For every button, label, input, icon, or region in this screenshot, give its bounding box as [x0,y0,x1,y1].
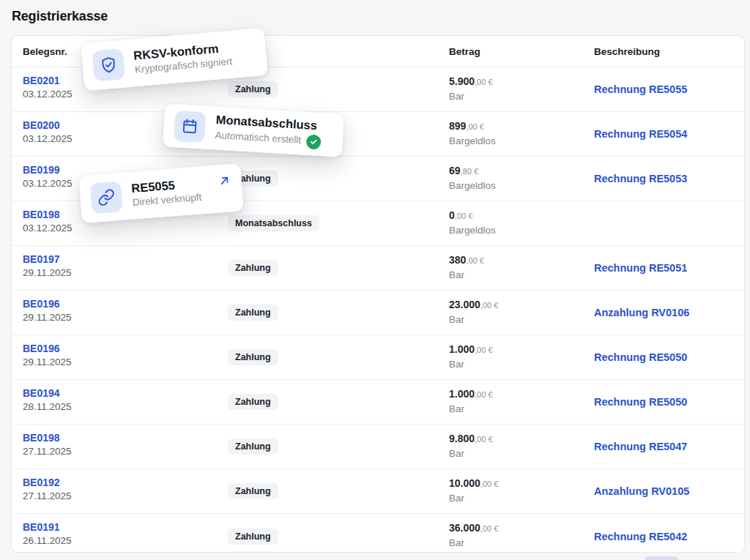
amount-main: 69 [449,165,461,176]
beleg-number-link[interactable]: BE0200 [23,120,73,130]
description-link[interactable]: Anzahlung RV0106 [594,307,689,318]
amount-main: 0 [449,209,455,221]
amount-main: 1.000 [449,388,475,400]
type-badge: Zahlung [228,438,278,455]
amount-minor: ,00 € [480,524,498,533]
amount-minor: ,00 € [475,346,492,354]
description-link[interactable]: Rechnung RE5053 [594,173,687,184]
beleg-cell: BE0196 29.11.2025 [23,343,72,367]
table-row[interactable]: BE0194 28.11.2025 Zahlung 1.000,00 € Bar… [12,380,744,425]
type-badge: Zahlung [228,394,278,410]
payment-method: Bar [449,493,498,504]
amount-minor: ,00 € [475,435,492,444]
table-body: BE0201 03.12.2025 Zahlung 5.900,00 € Bar… [12,67,744,553]
beleg-cell: BE0194 28.11.2025 [23,388,72,412]
beleg-cell: BE0200 03.12.2025 [23,120,73,144]
partial-bottom-button[interactable] [645,556,678,560]
payment-method: Bargeldlos [449,225,496,236]
calendar-icon [174,111,206,143]
beleg-cell: BE0199 03.12.2025 [23,165,73,189]
amount-main: 10.000 [449,477,480,489]
beleg-cell: BE0198 27.11.2025 [23,433,72,457]
column-header-belegsnr: Belegsnr. [23,46,67,57]
type-badge: Zahlung [228,529,278,545]
amount-main: 9.800 [449,433,475,444]
amount-cell: 9.800,00 € Bar [449,433,493,459]
payment-method: Bar [449,359,493,370]
beleg-date: 29.11.2025 [23,313,72,323]
beleg-number-link[interactable]: BE0196 [23,343,72,354]
amount-cell: 380,00 € Bar [449,254,484,280]
beleg-date: 29.11.2025 [23,268,72,278]
amount-main: 36.000 [449,522,480,534]
type-badge: Zahlung [228,305,278,321]
description-link[interactable]: Rechnung RE5050 [594,396,687,408]
amount-cell: 1.000,00 € Bar [449,343,493,370]
link-icon [90,181,123,214]
amount-cell: 10.000,00 € Bar [449,477,498,504]
table-row[interactable]: BE0198 27.11.2025 Zahlung 9.800,00 € Bar… [12,425,744,469]
type-badge: Zahlung [228,260,278,276]
beleg-date: 28.11.2025 [23,402,72,412]
amount-cell: 1.000,00 € Bar [449,388,493,414]
beleg-cell: BE0201 03.12.2025 [23,75,73,100]
payment-method: Bargeldlos [449,181,496,191]
shield-check-icon [92,48,126,82]
monatsabschluss-callout-text: Monatsabschluss Automatisch erstellt [215,113,322,149]
amount-cell: 36.000,00 € Bar [449,522,498,548]
amount-main: 23.000 [449,299,480,310]
beleg-cell: BE0198 03.12.2025 [23,209,73,234]
description-link[interactable]: Rechnung RE5042 [594,531,687,542]
beleg-date: 27.11.2025 [23,447,72,457]
table-row[interactable]: BE0196 29.11.2025 Zahlung 23.000,00 € Ba… [12,291,744,335]
payment-method: Bar [449,315,498,325]
beleg-number-link[interactable]: BE0197 [23,254,72,264]
beleg-number-link[interactable]: BE0198 [23,433,72,443]
column-header-betrag: Betrag [449,46,480,57]
table-row[interactable]: BE0191 26.11.2025 Zahlung 36.000,00 € Ba… [12,514,744,553]
description-link[interactable]: Anzahlung RV0105 [594,485,689,497]
linked-receipt-callout-text: RE5055 Direkt verknüpft [131,176,202,210]
type-badge: Zahlung [228,81,278,97]
amount-minor: ,00 € [480,301,498,310]
beleg-number-link[interactable]: BE0192 [23,477,72,488]
register-table: Belegsnr. Betrag Beschreibung BE0201 03.… [11,35,745,553]
table-row[interactable]: BE0192 27.11.2025 Zahlung 10.000,00 € Ba… [12,469,744,514]
amount-minor: ,00 € [466,256,483,265]
beleg-date: 03.12.2025 [23,179,73,189]
description-link[interactable]: Rechnung RE5050 [594,351,687,363]
amount-minor: ,00 € [475,390,492,399]
amount-main: 5.900 [449,75,475,87]
amount-cell: 23.000,00 € Bar [449,299,498,325]
description-link[interactable]: Rechnung RE5054 [594,128,687,140]
table-row[interactable]: BE0197 29.11.2025 Zahlung 380,00 € Bar R… [12,246,744,291]
table-row[interactable]: BE0196 29.11.2025 Zahlung 1.000,00 € Bar… [12,335,744,380]
payment-method: Bar [449,270,484,280]
beleg-number-link[interactable]: BE0199 [23,165,73,175]
page-title: Registrierkasse [12,9,108,24]
amount-main: 380 [449,254,466,266]
amount-cell: 899,00 € Bargeldlos [449,120,496,146]
beleg-number-link[interactable]: BE0201 [23,75,73,86]
beleg-date: 03.12.2025 [23,223,73,234]
beleg-number-link[interactable]: BE0196 [23,299,72,309]
description-link[interactable]: Rechnung RE5051 [594,262,687,274]
table-row[interactable]: BE0200 03.12.2025 899,00 € Bargeldlos Re… [12,112,744,157]
monatsabschluss-callout-subtitle: Automatisch erstellt [215,130,302,147]
beleg-number-link[interactable]: BE0191 [23,522,72,532]
type-badge: Monatsabschluss [228,215,319,231]
type-badge: Zahlung [228,349,278,365]
amount-cell: 69,80 € Bargeldlos [449,165,496,191]
description-link[interactable]: Rechnung RE5055 [594,83,687,95]
amount-minor: ,00 € [480,479,498,488]
beleg-cell: BE0197 29.11.2025 [23,254,72,278]
amount-main: 1.000 [449,343,475,355]
beleg-number-link[interactable]: BE0194 [23,388,72,398]
arrow-up-right-icon[interactable] [217,173,231,188]
beleg-date: 03.12.2025 [23,89,73,100]
description-link[interactable]: Rechnung RE5047 [594,441,687,452]
amount-cell: 5.900,00 € Bar [449,75,493,102]
payment-method: Bar [449,538,498,548]
beleg-number-link[interactable]: BE0198 [23,209,73,220]
beleg-date: 03.12.2025 [23,134,73,144]
